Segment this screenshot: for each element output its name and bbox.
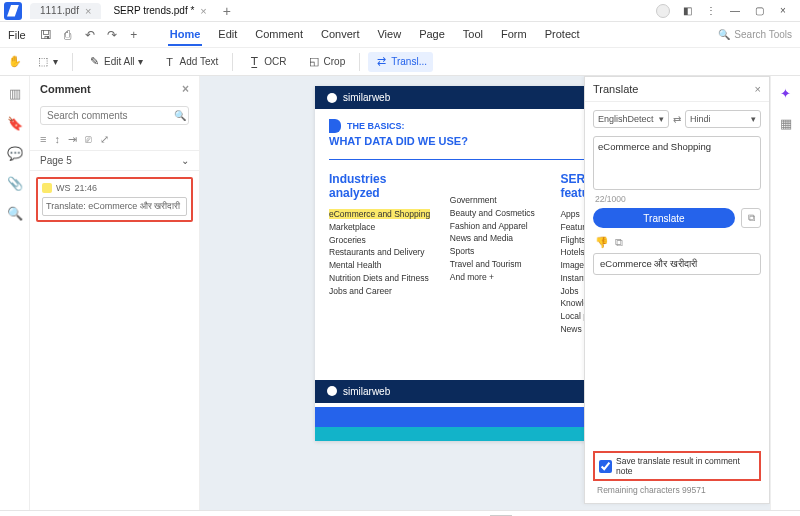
search-icon[interactable]: 🔍: [174, 110, 186, 121]
hand-tool-icon[interactable]: ✋: [8, 55, 22, 69]
chevron-down-icon[interactable]: ⌄: [181, 155, 189, 166]
tool-icon[interactable]: ▦: [777, 114, 795, 132]
sort-icon[interactable]: ↕: [54, 133, 60, 146]
tab-serp[interactable]: SERP trends.pdf *×: [103, 3, 216, 19]
save-icon[interactable]: 🖫: [38, 27, 54, 43]
copy-result-icon[interactable]: ⧉: [615, 236, 623, 249]
swap-lang-icon[interactable]: ⇄: [673, 114, 681, 125]
translate-input[interactable]: eCommerce and Shopping: [593, 136, 761, 190]
source-lang-select[interactable]: EnglishDetect▾: [593, 110, 669, 128]
close-tab-icon[interactable]: ×: [200, 5, 206, 17]
app-logo: [4, 2, 22, 20]
highlighted-text[interactable]: eCommerce and Shopping: [329, 209, 430, 219]
tab-1111[interactable]: 1111.pdf×: [30, 3, 101, 19]
comment-search-input[interactable]: [47, 110, 174, 121]
menu-convert[interactable]: Convert: [319, 24, 362, 46]
menu-tool[interactable]: Tool: [461, 24, 485, 46]
char-count: 22/1000: [595, 194, 759, 204]
menu-page[interactable]: Page: [417, 24, 447, 46]
new-tab-button[interactable]: +: [219, 3, 235, 19]
undo-icon[interactable]: ↶: [82, 27, 98, 43]
close-panel-icon[interactable]: ×: [182, 82, 189, 96]
search-panel-icon[interactable]: 🔍: [6, 204, 24, 222]
translate-button[interactable]: ⇄Transl...: [368, 52, 433, 72]
comment-icon[interactable]: 💬: [6, 144, 24, 162]
search-tools-label[interactable]: Search Tools: [734, 29, 792, 40]
col-industries-heading: Industries analyzed: [329, 172, 440, 200]
translate-panel: Translate× EnglishDetect▾ ⇄ Hindi▾ eComm…: [584, 76, 770, 504]
menu-home[interactable]: Home: [168, 24, 203, 46]
user-avatar[interactable]: [656, 4, 670, 18]
crop-button[interactable]: ◱Crop: [301, 52, 352, 72]
menu-edit[interactable]: Edit: [216, 24, 239, 46]
maximize-icon[interactable]: ▢: [752, 5, 766, 16]
menu-comment[interactable]: Comment: [253, 24, 305, 46]
search-icon: 🔍: [718, 29, 730, 40]
highlight-icon: [42, 183, 52, 193]
ocr-button[interactable]: T̲OCR: [241, 52, 292, 72]
close-tab-icon[interactable]: ×: [85, 5, 91, 17]
bookmark-icon[interactable]: 🔖: [6, 114, 24, 132]
redo-icon[interactable]: ↷: [104, 27, 120, 43]
page-label[interactable]: Page 5: [40, 155, 72, 166]
add-text-button[interactable]: TAdd Text: [157, 52, 225, 72]
filter-icon[interactable]: ≡: [40, 133, 46, 146]
comment-panel-title: Comment: [40, 83, 91, 95]
menu-view[interactable]: View: [375, 24, 403, 46]
thumbs-down-icon[interactable]: 👎: [595, 236, 609, 249]
attachment-icon[interactable]: 📎: [6, 174, 24, 192]
file-menu[interactable]: File: [8, 29, 26, 41]
close-translate-icon[interactable]: ×: [755, 83, 761, 95]
select-tool[interactable]: ⬚▾: [30, 52, 64, 72]
edit-all-button[interactable]: ✎Edit All ▾: [81, 52, 149, 72]
translate-action-button[interactable]: Translate: [593, 208, 735, 228]
collapse-icon[interactable]: ⇥: [68, 133, 77, 146]
menu-form[interactable]: Form: [499, 24, 529, 46]
comment-item[interactable]: WS21:46 Translate: eCommerce और खरीदारी: [36, 177, 193, 222]
save-result-checkbox[interactable]: Save translate result in comment note: [593, 451, 761, 481]
translate-output: eCommerce और खरीदारी: [593, 253, 761, 275]
add-icon[interactable]: +: [126, 27, 142, 43]
translate-title: Translate: [593, 83, 638, 95]
options-icon[interactable]: ⎚: [85, 133, 92, 146]
comment-text: Translate: eCommerce और खरीदारी: [42, 197, 187, 216]
section-tag-icon: [329, 119, 341, 133]
more-icon[interactable]: ⋮: [704, 5, 718, 16]
ai-icon[interactable]: ✦: [777, 84, 795, 102]
menu-protect[interactable]: Protect: [543, 24, 582, 46]
close-window-icon[interactable]: ×: [776, 5, 790, 16]
copy-icon[interactable]: ⧉: [741, 208, 761, 228]
print-icon[interactable]: ⎙: [60, 27, 76, 43]
brand-logo-icon: [327, 93, 337, 103]
expand-icon[interactable]: ⤢: [100, 133, 109, 146]
minimize-icon[interactable]: —: [728, 5, 742, 16]
feedback-icon[interactable]: ◧: [680, 5, 694, 16]
thumbnails-icon[interactable]: ▥: [6, 84, 24, 102]
target-lang-select[interactable]: Hindi▾: [685, 110, 761, 128]
remaining-chars: Remaining characters 99571: [597, 485, 757, 495]
